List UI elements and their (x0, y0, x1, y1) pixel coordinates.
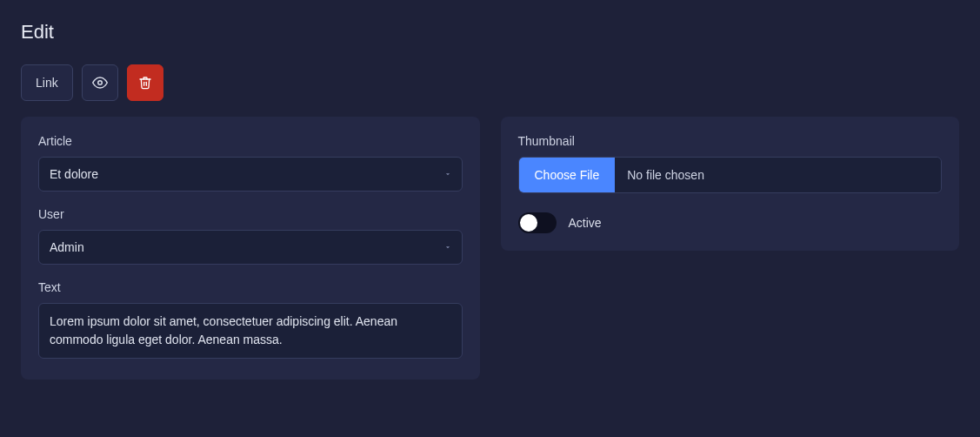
toolbar: Link (21, 64, 959, 101)
text-field[interactable]: Lorem ipsum dolor sit amet, consectetuer… (38, 303, 463, 359)
text-group: Text Lorem ipsum dolor sit amet, consect… (38, 280, 463, 362)
active-toggle[interactable] (518, 212, 557, 233)
thumbnail-group: Thumbnail Choose File No file chosen (518, 134, 943, 193)
article-select-wrap: Et dolore (38, 157, 463, 192)
user-label: User (38, 207, 463, 221)
user-group: User Admin (38, 207, 463, 265)
thumbnail-label: Thumbnail (518, 134, 943, 148)
left-card: Article Et dolore User Admin (21, 117, 480, 380)
article-select[interactable]: Et dolore (38, 157, 463, 192)
form-columns: Article Et dolore User Admin (21, 117, 959, 380)
file-status: No file chosen (615, 158, 941, 192)
trash-icon (138, 76, 152, 90)
eye-icon (92, 75, 108, 91)
article-group: Article Et dolore (38, 134, 463, 192)
active-row: Active (518, 212, 943, 233)
user-select-wrap: Admin (38, 230, 463, 265)
preview-button[interactable] (82, 64, 118, 101)
svg-point-0 (97, 81, 102, 85)
user-select[interactable]: Admin (38, 230, 463, 265)
page-title: Edit (21, 21, 959, 44)
active-label: Active (569, 216, 602, 230)
file-row: Choose File No file chosen (518, 157, 943, 193)
right-card: Thumbnail Choose File No file chosen Act… (501, 117, 960, 251)
article-label: Article (38, 134, 463, 148)
text-label: Text (38, 280, 463, 294)
choose-file-button[interactable]: Choose File (519, 158, 616, 192)
delete-button[interactable] (127, 64, 163, 101)
link-button[interactable]: Link (21, 64, 73, 101)
toggle-knob (520, 214, 537, 232)
